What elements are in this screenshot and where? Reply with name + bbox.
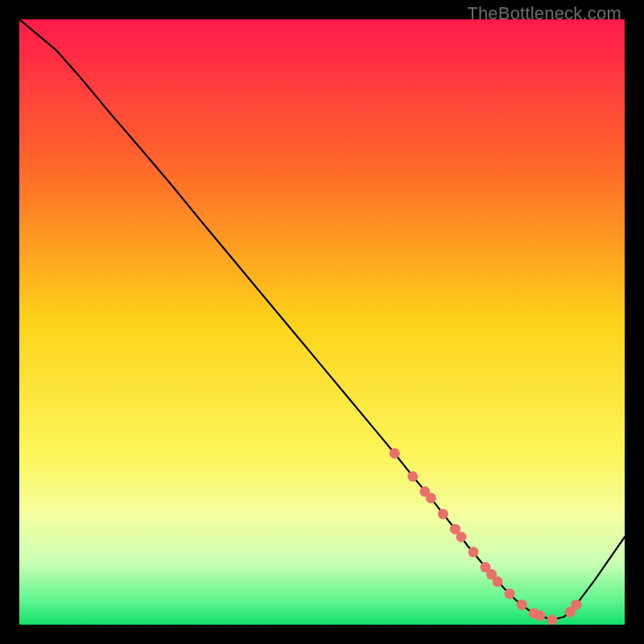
chart-svg: [19, 19, 625, 625]
marker-dot: [390, 448, 400, 459]
marker-dot: [438, 509, 448, 519]
marker-dot: [426, 493, 436, 503]
chart-background: [19, 19, 625, 625]
marker-dot: [493, 576, 503, 587]
marker-dot: [456, 532, 467, 543]
marker-dot: [517, 600, 527, 610]
chart-frame: [19, 19, 625, 625]
marker-dot: [547, 615, 557, 625]
marker-dot: [571, 600, 581, 610]
marker-dot: [535, 610, 545, 621]
marker-dot: [407, 471, 418, 481]
marker-dot: [469, 547, 479, 557]
marker-dot: [505, 588, 515, 599]
